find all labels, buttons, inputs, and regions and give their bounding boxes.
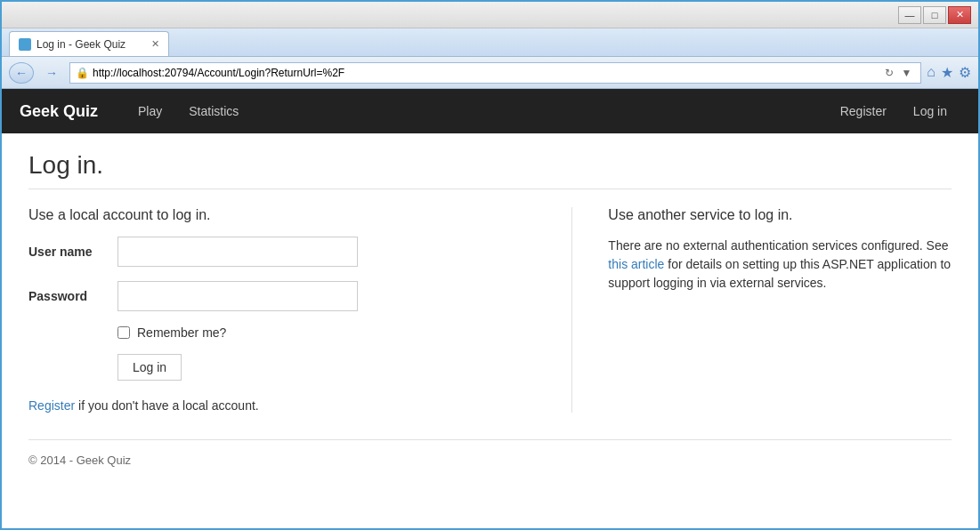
maximize-button[interactable]: □ <box>923 6 946 24</box>
login-right: Use another service to log in. There are… <box>571 207 952 413</box>
security-icon: 🔒 <box>76 67 89 79</box>
external-info-text-1: There are no external authentication ser… <box>608 238 948 253</box>
tab-close-button[interactable]: ✕ <box>151 38 159 50</box>
username-group: User name <box>28 237 536 267</box>
external-section-title: Use another service to log in. <box>608 207 952 223</box>
tab-title: Log in - Geek Quiz <box>36 38 126 51</box>
title-bar: — □ ✕ <box>2 2 978 28</box>
nav-play[interactable]: Play <box>125 89 175 133</box>
home-icon[interactable]: ⌂ <box>927 64 935 81</box>
register-link[interactable]: Register <box>28 398 75 413</box>
nav-statistics[interactable]: Statistics <box>175 89 252 133</box>
top-divider <box>28 189 952 189</box>
address-input[interactable] <box>93 67 881 79</box>
minimize-button[interactable]: — <box>898 6 921 24</box>
tab-bar: Log in - Geek Quiz ✕ <box>2 28 978 57</box>
remember-label: Remember me? <box>137 325 226 340</box>
username-label: User name <box>28 245 117 259</box>
password-label: Password <box>28 289 117 303</box>
username-input[interactable] <box>117 237 358 267</box>
refresh-icon[interactable]: ↻ <box>881 67 897 79</box>
settings-icon[interactable]: ⚙ <box>959 64 971 81</box>
external-article-link[interactable]: this article <box>608 257 664 271</box>
navbar-nav: Play Statistics <box>125 89 252 133</box>
favorites-icon[interactable]: ★ <box>941 64 953 81</box>
navbar-brand[interactable]: Geek Quiz <box>20 102 98 121</box>
footer-text: © 2014 - Geek Quiz <box>28 454 131 467</box>
remember-group: Remember me? <box>117 325 536 340</box>
register-suffix: if you don't have a local account. <box>78 398 259 413</box>
search-dropdown-icon[interactable]: ▼ <box>897 67 915 79</box>
remember-checkbox[interactable] <box>117 326 130 339</box>
navbar-right: Register Log in <box>827 89 960 133</box>
login-layout: Use a local account to log in. User name… <box>28 207 952 413</box>
app-content: Geek Quiz Play Statistics Register Log i… <box>2 89 978 528</box>
browser-nav-icons: ⌂ ★ ⚙ <box>927 64 971 81</box>
footer: © 2014 - Geek Quiz <box>28 439 952 467</box>
browser-window: — □ ✕ Log in - Geek Quiz ✕ ← → 🔒 ↻ ▼ ⌂ ★… <box>0 0 980 530</box>
login-button[interactable]: Log in <box>117 354 182 381</box>
window-controls: — □ ✕ <box>898 6 971 24</box>
close-button[interactable]: ✕ <box>948 6 971 24</box>
page-title: Log in. <box>28 151 952 180</box>
browser-tab[interactable]: Log in - Geek Quiz ✕ <box>9 31 169 56</box>
main-content: Log in. Use a local account to log in. U… <box>2 133 978 485</box>
nav-register[interactable]: Register <box>827 89 900 133</box>
navbar: Geek Quiz Play Statistics Register Log i… <box>2 89 978 133</box>
nav-login[interactable]: Log in <box>900 89 960 133</box>
register-link-text: Register if you don't have a local accou… <box>28 398 536 413</box>
login-left: Use a local account to log in. User name… <box>28 207 536 413</box>
address-bar: ← → 🔒 ↻ ▼ ⌂ ★ ⚙ <box>2 57 978 89</box>
login-btn-wrap: Log in <box>117 354 536 381</box>
external-info: There are no external authentication ser… <box>608 237 952 293</box>
tab-favicon-icon <box>19 38 31 51</box>
forward-button[interactable]: → <box>39 62 64 84</box>
password-group: Password <box>28 281 536 311</box>
password-input[interactable] <box>117 281 358 311</box>
back-button[interactable]: ← <box>9 62 34 84</box>
local-section-title: Use a local account to log in. <box>28 207 536 223</box>
